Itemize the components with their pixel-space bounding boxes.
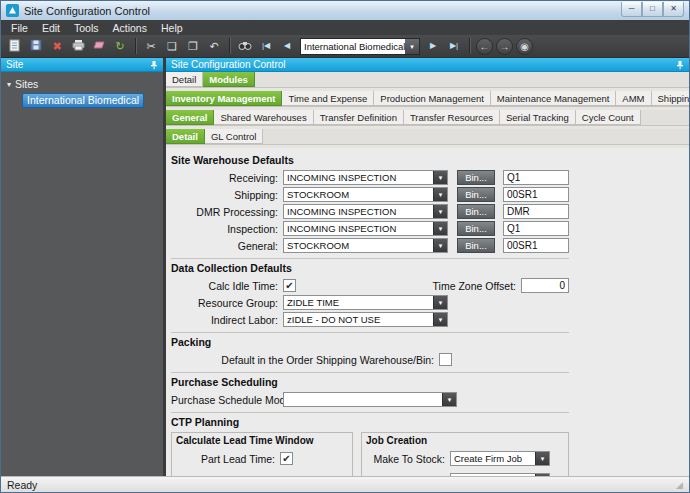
next-record-button[interactable]: ▶ [423,37,443,56]
pin-icon[interactable] [676,60,684,70]
first-record-button[interactable]: |◀ [256,37,276,56]
form-content: Site Warehouse Defaults Receiving: INCOM… [166,148,689,476]
resource-group-select[interactable]: ZIDLE TIME▾ [283,295,448,310]
combo-value: STOCKROOM [284,239,433,252]
general-warehouse-select[interactable]: STOCKROOM▾ [283,238,448,253]
chevron-down-icon[interactable]: ▾ [433,222,447,235]
undo-button[interactable]: ↶ [204,37,224,56]
part-lead-time-label: Part Lead Time: [176,453,280,465]
tab-maintenance-management[interactable]: Maintenance Management [491,91,617,106]
part-lead-time-checkbox[interactable]: ✔ [280,452,293,465]
tab-shipping-receiving[interactable]: Shipping Receiving [652,91,690,106]
menu-edit[interactable]: Edit [35,22,67,34]
tab-time-and-expense[interactable]: Time and Expense [282,91,374,106]
receiving-bin-button[interactable]: Bin... [457,170,495,185]
chevron-down-icon[interactable]: ▾ [7,80,11,89]
back-button[interactable]: ← [476,38,493,55]
tab-transfer-resources[interactable]: Transfer Resources [404,110,500,125]
tab-modules[interactable]: Modules [203,72,255,87]
tab-transfer-definition[interactable]: Transfer Definition [314,110,404,125]
delete-button[interactable]: ✖ [47,37,67,56]
dmr-warehouse-select[interactable]: INCOMING INSPECTION▾ [283,204,448,219]
record-navigator-value: International Biomedical [301,39,405,54]
last-record-button[interactable]: ▶| [444,37,464,56]
shipping-bin-button[interactable]: Bin... [457,187,495,202]
shipping-bin-field[interactable] [503,187,569,202]
tab-cycle-count[interactable]: Cycle Count [576,110,641,125]
general-bin-field[interactable] [503,238,569,253]
close-button[interactable]: ✕ [663,2,684,17]
inspection-warehouse-select[interactable]: INCOMING INSPECTION▾ [283,221,448,236]
menu-file[interactable]: File [4,22,35,34]
tab-gl-control[interactable]: GL Control [205,129,264,144]
combo-value: ZIDLE TIME [284,296,433,309]
dmr-bin-field[interactable] [503,204,569,219]
chevron-down-icon[interactable]: ▾ [433,313,447,326]
window-title: Site Configuration Control [24,5,150,17]
chevron-down-icon[interactable]: ▾ [433,205,447,218]
record-navigator[interactable]: International Biomedical ▾ [300,38,420,55]
tab-serial-tracking[interactable]: Serial Tracking [500,110,576,125]
sidebar-title: Site [6,59,23,70]
navigate-button[interactable]: ◉ [516,38,533,55]
menu-actions[interactable]: Actions [106,22,154,34]
shipping-warehouse-select[interactable]: STOCKROOM▾ [283,187,448,202]
tab-detail-inner[interactable]: Detail [166,129,205,144]
menu-tools[interactable]: Tools [67,22,106,34]
chevron-down-icon[interactable]: ▾ [442,393,456,406]
receiving-bin-field[interactable] [503,170,569,185]
tree-node-sites[interactable]: ▾ Sites [4,77,160,91]
indirect-labor-select[interactable]: zIDLE - DO NOT USE▾ [283,312,448,327]
refresh-icon: ↻ [115,41,124,52]
print-button[interactable] [68,37,88,56]
pin-icon[interactable] [150,60,158,70]
minimize-icon: ─ [629,4,635,13]
chevron-down-icon[interactable]: ▾ [433,296,447,309]
forward-button[interactable]: → [496,38,513,55]
tab-detail[interactable]: Detail [166,72,203,87]
indirect-labor-label: Indirect Labor: [171,314,283,326]
inspection-bin-field[interactable] [503,221,569,236]
packing-default-checkbox[interactable] [439,353,452,366]
tab-production-management[interactable]: Production Management [374,91,491,106]
minimize-button[interactable]: ─ [621,2,642,17]
time-zone-offset-field[interactable] [521,278,569,293]
calc-idle-time-checkbox[interactable]: ✔ [283,279,296,292]
copy-button[interactable]: ❏ [162,37,182,56]
make-to-stock-select[interactable]: Create Firm Job▾ [450,451,550,466]
resize-grip[interactable]: ◢ [676,480,683,490]
toolbar-separator [229,38,230,54]
previous-record-icon: ◀ [284,42,290,50]
save-button[interactable] [26,37,46,56]
record-target-icon: ◉ [520,41,529,52]
dmr-bin-button[interactable]: Bin... [457,204,495,219]
packing-default-label: Default in the Order Shipping Warehouse/… [171,354,439,366]
tree-item-international-biomedical[interactable]: International Biomedical [22,93,144,108]
paste-button[interactable]: ❐ [183,37,203,56]
tab-inventory-management[interactable]: Inventory Management [166,91,282,106]
tab-row-3: General Shared Warehouses Transfer Defin… [166,110,689,126]
find-button[interactable] [235,37,255,56]
refresh-button[interactable]: ↻ [110,37,130,56]
chevron-down-icon[interactable]: ▾ [535,452,549,465]
tab-amm[interactable]: AMM [616,91,651,106]
receiving-warehouse-select[interactable]: INCOMING INSPECTION▾ [283,170,448,185]
menu-help[interactable]: Help [154,22,190,34]
cut-button[interactable]: ✂ [141,37,161,56]
purchase-schedule-mode-select[interactable]: ▾ [283,392,457,407]
chevron-down-icon[interactable]: ▾ [405,39,419,54]
chevron-down-icon[interactable]: ▾ [433,239,447,252]
tab-shared-warehouses[interactable]: Shared Warehouses [214,110,313,125]
printer-icon [72,39,85,53]
chevron-down-icon[interactable]: ▾ [433,188,447,201]
tree-root-label: Sites [15,78,38,90]
combo-value: zIDLE - DO NOT USE [284,313,433,326]
erase-button[interactable] [89,37,109,56]
inspection-bin-button[interactable]: Bin... [457,221,495,236]
general-bin-button[interactable]: Bin... [457,238,495,253]
tab-general[interactable]: General [166,110,214,125]
previous-record-button[interactable]: ◀ [277,37,297,56]
chevron-down-icon[interactable]: ▾ [433,171,447,184]
form-button[interactable] [5,37,25,56]
maximize-button[interactable]: □ [642,2,663,17]
